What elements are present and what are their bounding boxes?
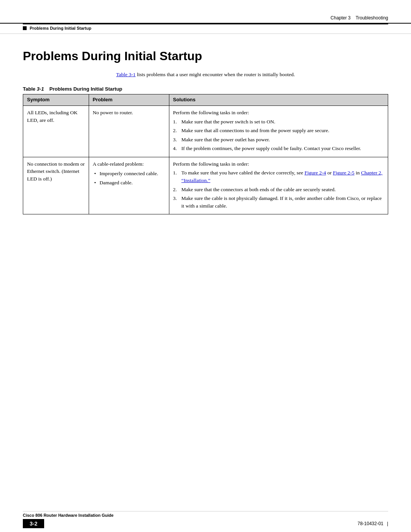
table-row: No connection to modem or Ethernet switc… xyxy=(23,157,388,214)
list-item: 1. To make sure that you have cabled the… xyxy=(173,169,384,184)
table-caption: Table 3-1 Problems During Initial Startu… xyxy=(23,86,388,92)
list-item: 1. Make sure that the power switch is se… xyxy=(173,118,384,126)
row1-problem: No power to router. xyxy=(89,106,169,157)
table-caption-number: 3-1 xyxy=(37,86,44,92)
intro-paragraph: Table 3-1 lists problems that a user mig… xyxy=(23,71,388,78)
problems-table: Symptom Problem Solutions All LEDs, incl… xyxy=(23,94,388,214)
main-content: Problems During Initial Startup Table 3-… xyxy=(0,34,411,237)
solution-text: Make sure that all connections to and fr… xyxy=(182,128,330,133)
breadcrumb-text: Problems During Initial Startup xyxy=(30,26,91,30)
row2-problem: A cable-related problem: Improperly conn… xyxy=(89,157,169,214)
row2-problem-intro: A cable-related problem: xyxy=(93,161,144,167)
row1-symptom-text: All LEDs, including OK LED, are off. xyxy=(27,110,78,123)
col-header-solutions: Solutions xyxy=(169,94,388,106)
table-header-row: Symptom Problem Solutions xyxy=(23,94,388,106)
solution-text: Make sure that the connectors at both en… xyxy=(182,187,336,192)
solution-text: If the problem continues, the power supp… xyxy=(182,145,361,151)
solution-text: Make sure that the power switch is set t… xyxy=(182,119,276,125)
list-num: 1. xyxy=(173,118,177,126)
row2-solutions: Perform the following tasks in order: 1.… xyxy=(169,157,388,214)
table-3-1-link[interactable]: Table 3-1 xyxy=(116,72,135,77)
row2-problem-list: Improperly connected cable. Damaged cabl… xyxy=(93,170,165,186)
footer-book-title: Cisco 806 Router Hardware Installation G… xyxy=(23,513,113,518)
solution-text: Make sure the cable is not physically da… xyxy=(182,195,382,209)
row1-symptom: All LEDs, including OK LED, are off. xyxy=(23,106,89,157)
row1-solutions-intro: Perform the following tasks in order: xyxy=(173,110,249,115)
list-num: 3. xyxy=(173,195,177,202)
col-header-symptom: Symptom xyxy=(23,94,89,106)
solution-text: Make sure that the power outlet has powe… xyxy=(182,137,270,142)
row2-solutions-intro: Perform the following tasks in order: xyxy=(173,161,249,167)
col-header-problem: Problem xyxy=(89,94,169,106)
figure-2-5-link[interactable]: Figure 2-5 xyxy=(333,170,355,176)
list-item: 2. Make sure that the connectors at both… xyxy=(173,186,384,193)
solution-text: To make sure that you have cabled the de… xyxy=(182,170,382,183)
table-caption-spacer xyxy=(44,86,49,92)
list-item: 3. Make sure that the power outlet has p… xyxy=(173,136,384,144)
row1-problem-text: No power to router. xyxy=(93,110,133,115)
problem-bullet-text: Damaged cable. xyxy=(100,180,133,185)
list-num: 2. xyxy=(173,127,177,134)
breadcrumb-icon xyxy=(23,26,27,30)
footer-top-line: Cisco 806 Router Hardware Installation G… xyxy=(23,511,388,518)
list-item: 3. Make sure the cable is not physically… xyxy=(173,195,384,209)
page: Chapter 3 Troubleshooting Problems Durin… xyxy=(0,0,411,532)
page-footer: Cisco 806 Router Hardware Installation G… xyxy=(0,511,411,532)
row2-symptom-text: No connection to modem or Ethernet switc… xyxy=(27,161,84,182)
row1-solutions: Perform the following tasks in order: 1.… xyxy=(169,106,388,157)
page-header: Chapter 3 Troubleshooting xyxy=(0,0,411,24)
header-chapter-title: Troubleshooting xyxy=(355,15,388,21)
list-item: Damaged cable. xyxy=(93,179,165,187)
table-row: All LEDs, including OK LED, are off. No … xyxy=(23,106,388,157)
footer-doc-number: 78-10432-01 | xyxy=(357,521,388,526)
footer-bottom: 3-2 78-10432-01 | xyxy=(0,518,411,532)
list-item: 2. Make sure that all connections to and… xyxy=(173,127,384,134)
problem-bullet-text: Improperly connected cable. xyxy=(100,171,158,176)
list-num: 4. xyxy=(173,145,177,152)
row2-symptom: No connection to modem or Ethernet switc… xyxy=(23,157,89,214)
list-item: 4. If the problem continues, the power s… xyxy=(173,145,384,152)
page-title: Problems During Initial Startup xyxy=(23,49,388,63)
header-chapter-info: Chapter 3 Troubleshooting xyxy=(331,15,388,21)
table-caption-prefix: Table xyxy=(23,86,37,92)
list-item: Improperly connected cable. xyxy=(93,170,165,177)
page-subheader: Problems During Initial Startup xyxy=(0,24,411,34)
figure-2-4-link[interactable]: Figure 2-4 xyxy=(304,170,326,176)
header-chapter-label: Chapter 3 xyxy=(331,15,351,21)
footer-page-number: 3-2 xyxy=(23,519,44,528)
list-num: 3. xyxy=(173,136,177,144)
list-num: 1. xyxy=(173,169,177,177)
list-num: 2. xyxy=(173,186,177,193)
table-caption-title: Problems During Initial Startup xyxy=(49,86,122,92)
intro-text-after: lists problems that a user might encount… xyxy=(135,72,295,77)
